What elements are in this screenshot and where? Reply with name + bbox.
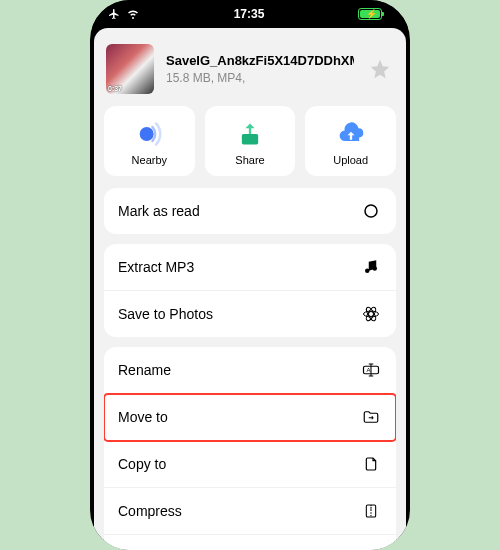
document-icon bbox=[360, 453, 382, 475]
star-icon bbox=[369, 58, 391, 80]
share-icon bbox=[236, 120, 264, 148]
action-sheet: 0:37 SaveIG_An8kzFi5X14D7DDhXMphRfwQ_Dte… bbox=[94, 28, 406, 550]
file-name: SaveIG_An8kzFi5X14D7DDhXMphRfwQ_DteM6vka… bbox=[166, 53, 354, 69]
rename-label: Rename bbox=[118, 362, 171, 378]
folder-arrow-icon bbox=[360, 406, 382, 428]
menu-list: Mark as read Extract MP3 Save to Photos bbox=[94, 188, 406, 550]
mark-as-read-row[interactable]: Mark as read bbox=[104, 188, 396, 234]
svg-point-2 bbox=[365, 205, 377, 217]
save-to-photos-label: Save to Photos bbox=[118, 306, 213, 322]
svg-rect-1 bbox=[242, 134, 258, 145]
compress-row[interactable]: Compress bbox=[104, 488, 396, 535]
svg-point-0 bbox=[140, 127, 154, 141]
battery-icon: ⚡ bbox=[358, 8, 382, 20]
circle-icon bbox=[360, 200, 382, 222]
upload-icon bbox=[336, 120, 366, 148]
status-time: 17:35 bbox=[234, 7, 265, 21]
move-to-row[interactable]: Move to bbox=[104, 394, 396, 441]
svg-point-4 bbox=[373, 266, 378, 271]
wifi-icon bbox=[126, 8, 140, 20]
share-label: Share bbox=[235, 154, 264, 166]
copy-to-label: Copy to bbox=[118, 456, 166, 472]
svg-point-3 bbox=[365, 269, 370, 274]
rename-icon: A bbox=[360, 359, 382, 381]
airplane-icon bbox=[108, 8, 120, 20]
video-duration: 0:37 bbox=[108, 85, 122, 92]
file-header: 0:37 SaveIG_An8kzFi5X14D7DDhXMphRfwQ_Dte… bbox=[94, 44, 406, 106]
file-meta: 15.8 MB, MP4, bbox=[166, 71, 354, 85]
save-to-photos-row[interactable]: Save to Photos bbox=[104, 291, 396, 337]
copy-to-row[interactable]: Copy to bbox=[104, 441, 396, 488]
mark-as-read-label: Mark as read bbox=[118, 203, 200, 219]
nearby-button[interactable]: Nearby bbox=[104, 106, 195, 176]
status-bar: 17:35 ⚡ bbox=[90, 0, 410, 28]
duplicate-row[interactable]: Duplicate bbox=[104, 535, 396, 550]
primary-actions: Nearby Share Upload bbox=[94, 106, 406, 188]
rename-row[interactable]: Rename A bbox=[104, 347, 396, 394]
svg-point-5 bbox=[369, 312, 374, 317]
move-to-label: Move to bbox=[118, 409, 168, 425]
video-thumbnail[interactable]: 0:37 bbox=[106, 44, 154, 94]
upload-button[interactable]: Upload bbox=[305, 106, 396, 176]
compress-label: Compress bbox=[118, 503, 182, 519]
music-icon bbox=[360, 256, 382, 278]
favorite-button[interactable] bbox=[366, 55, 394, 83]
nearby-label: Nearby bbox=[132, 154, 167, 166]
extract-mp3-row[interactable]: Extract MP3 bbox=[104, 244, 396, 291]
svg-text:A: A bbox=[367, 367, 371, 373]
upload-label: Upload bbox=[333, 154, 368, 166]
extract-mp3-label: Extract MP3 bbox=[118, 259, 194, 275]
photos-icon bbox=[360, 303, 382, 325]
share-button[interactable]: Share bbox=[205, 106, 296, 176]
svg-point-12 bbox=[370, 508, 371, 509]
nearby-icon bbox=[135, 120, 163, 148]
phone-frame: 17:35 ⚡ 0:37 SaveIG_An8kzFi5X14D7DDhXMph… bbox=[90, 0, 410, 550]
compress-icon bbox=[360, 500, 382, 522]
